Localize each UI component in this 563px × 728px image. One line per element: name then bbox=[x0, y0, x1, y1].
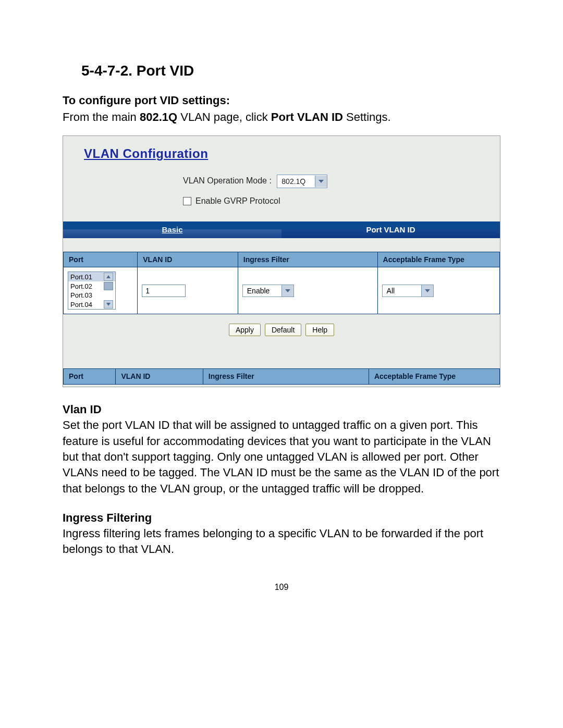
frame-type-value: All bbox=[383, 287, 421, 295]
panel-title: VLAN Configuration bbox=[84, 146, 208, 161]
ingress-filter-select[interactable]: Enable bbox=[242, 285, 294, 297]
intro-text: From the main bbox=[63, 110, 140, 124]
tab-bar: Basic Port VLAN ID bbox=[63, 221, 500, 238]
port-vid-summary-table: Port VLAN ID Ingress Filter Acceptable F… bbox=[63, 368, 500, 385]
col-vlan-id: VLAN ID bbox=[116, 369, 203, 385]
port-option: Port.02 bbox=[70, 282, 92, 290]
scroll-thumb-icon[interactable] bbox=[104, 282, 113, 290]
enable-gvrp-row: Enable GVRP Protocol bbox=[183, 196, 500, 206]
help-button[interactable]: Help bbox=[305, 324, 334, 336]
intro-bold-2: Port VLAN ID bbox=[271, 110, 343, 124]
intro-subheading: To configure port VID settings: bbox=[63, 94, 500, 107]
vlan-operation-mode-select[interactable]: 802.1Q bbox=[277, 175, 327, 188]
scroll-down-icon[interactable] bbox=[104, 300, 113, 309]
col-port: Port bbox=[64, 369, 116, 385]
scroll-up-icon[interactable] bbox=[104, 273, 113, 281]
ingress-filter-value: Enable bbox=[243, 287, 282, 295]
list-item[interactable]: Port.02 bbox=[68, 281, 115, 291]
button-row: Apply Default Help bbox=[63, 314, 500, 355]
frame-type-select[interactable]: All bbox=[382, 285, 434, 297]
list-item[interactable]: Port.04 bbox=[68, 300, 115, 309]
apply-button[interactable]: Apply bbox=[229, 324, 261, 336]
chevron-down-icon[interactable] bbox=[315, 176, 327, 187]
port-option: Port.04 bbox=[70, 301, 92, 309]
enable-gvrp-label: Enable GVRP Protocol bbox=[195, 196, 280, 206]
col-ingress: Ingress Filter bbox=[203, 369, 369, 385]
col-frame-type: Acceptable Frame Type bbox=[377, 252, 499, 267]
tab-basic[interactable]: Basic bbox=[63, 221, 282, 238]
screenshot-vlan-config: VLAN Configuration VLAN Operation Mode :… bbox=[63, 135, 500, 388]
vlan-id-paragraph: Set the port VLAN ID that will be assign… bbox=[63, 417, 500, 497]
port-option: Port.03 bbox=[70, 291, 92, 299]
enable-gvrp-checkbox[interactable] bbox=[183, 197, 191, 205]
section-heading: 5-4-7-2. Port VID bbox=[81, 63, 500, 79]
list-item[interactable]: Port.01 bbox=[68, 272, 115, 281]
chevron-down-icon[interactable] bbox=[282, 285, 293, 297]
intro-text: Settings. bbox=[343, 110, 391, 124]
col-frame-type: Acceptable Frame Type bbox=[369, 369, 499, 385]
port-option: Port.01 bbox=[70, 273, 92, 281]
default-button[interactable]: Default bbox=[265, 324, 301, 336]
table-row: Port.01 Port.02 Port.03 Port bbox=[64, 267, 500, 314]
vlan-operation-mode-row: VLAN Operation Mode : 802.1Q bbox=[183, 175, 500, 188]
list-item[interactable]: Port.03 bbox=[68, 291, 115, 300]
chevron-down-icon[interactable] bbox=[421, 285, 433, 297]
vlan-operation-mode-label: VLAN Operation Mode : bbox=[183, 176, 272, 185]
vlan-id-subheading: Vlan ID bbox=[63, 403, 500, 416]
col-port: Port bbox=[64, 252, 138, 267]
vlan-id-input[interactable] bbox=[142, 285, 186, 297]
intro-bold-1: 802.1Q bbox=[140, 110, 177, 124]
page-number: 109 bbox=[63, 583, 500, 592]
ingress-subheading: Ingress Filtering bbox=[63, 511, 500, 525]
intro-text: VLAN page, click bbox=[177, 110, 271, 124]
vlan-operation-mode-value: 802.1Q bbox=[277, 177, 315, 186]
intro-paragraph: From the main 802.1Q VLAN page, click Po… bbox=[63, 109, 500, 125]
ingress-paragraph: Ingress filtering lets frames belonging … bbox=[63, 526, 500, 558]
col-vlan-id: VLAN ID bbox=[138, 252, 238, 267]
col-ingress: Ingress Filter bbox=[238, 252, 377, 267]
port-vid-table: Port VLAN ID Ingress Filter Acceptable F… bbox=[63, 252, 500, 315]
tab-port-vlan-id[interactable]: Port VLAN ID bbox=[282, 221, 500, 238]
port-listbox[interactable]: Port.01 Port.02 Port.03 Port bbox=[68, 272, 116, 310]
